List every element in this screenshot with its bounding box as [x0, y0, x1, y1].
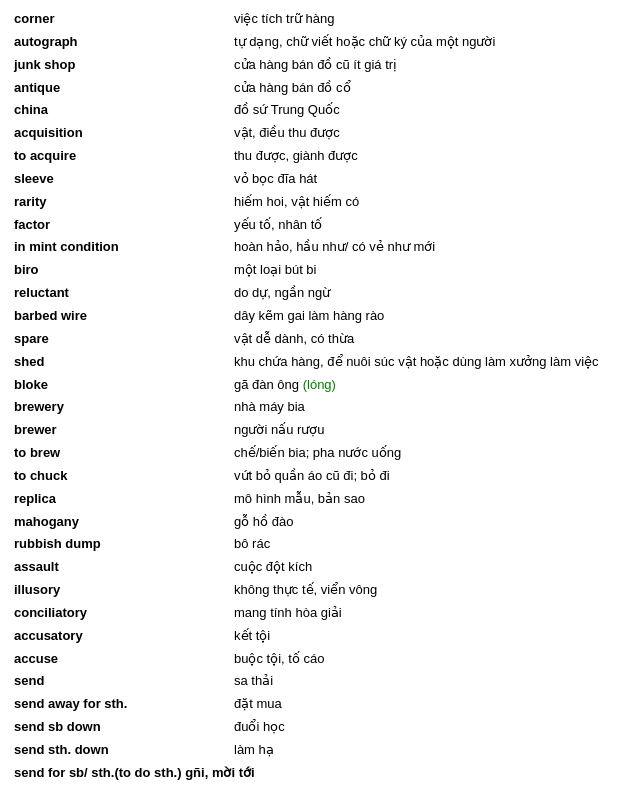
list-item: junk shopcửa hàng bán đồ cũ ít giá trị [10, 54, 626, 77]
list-item: assaultcuộc đột kích [10, 556, 626, 579]
list-item: sparevật dễ dành, có thừa [10, 328, 626, 351]
list-item: send sb downđuổi học [10, 716, 626, 739]
term-cell: corner [10, 8, 230, 31]
term-cell: biro [10, 259, 230, 282]
definition-cell: kết tội [230, 625, 626, 648]
definition-cell: do dự, ngần ngừ [230, 282, 626, 305]
definition-cell: đuổi học [230, 716, 626, 739]
term-cell: illusory [10, 579, 230, 602]
term-cell: brewery [10, 396, 230, 419]
term-cell: to acquire [10, 145, 230, 168]
definition-cell: cửa hàng bán đồ cũ ít giá trị [230, 54, 626, 77]
list-item: biromột loại bút bi [10, 259, 626, 282]
term-cell: send sth. down [10, 739, 230, 762]
term-cell: send away for sth. [10, 693, 230, 716]
term-cell: brewer [10, 419, 230, 442]
definition-cell: không thực tế, viển vông [230, 579, 626, 602]
vocabulary-table: cornerviệc tích trữ hàngautographtự dạng… [10, 8, 626, 789]
definition-cell: mang tính hòa giải [230, 602, 626, 625]
list-item: accusebuộc tội, tố cáo [10, 648, 626, 671]
term-cell: send [10, 670, 230, 693]
list-item: barbed wiredây kẽm gai làm hàng rào [10, 305, 626, 328]
definition-cell: thu được, giành được [230, 145, 626, 168]
definition-cell: vật, điều thu được [230, 122, 626, 145]
term-cell: send sth. in [10, 785, 230, 789]
term-cell: spare [10, 328, 230, 351]
list-item: acquisitionvật, điều thu được [10, 122, 626, 145]
term-cell: antique [10, 77, 230, 100]
term-cell: conciliatory [10, 602, 230, 625]
term-cell: shed [10, 351, 230, 374]
list-item: send sth. ingửi tới [10, 785, 626, 789]
list-item: brewerngười nấu rượu [10, 419, 626, 442]
list-item: send sth. downlàm hạ [10, 739, 626, 762]
definition-cell: người nấu rượu [230, 419, 626, 442]
list-item: in mint conditionhoàn hảo, hầu như/ có v… [10, 236, 626, 259]
list-item: sleevevỏ bọc đĩa hát [10, 168, 626, 191]
term-cell: junk shop [10, 54, 230, 77]
definition-cell: vật dễ dành, có thừa [230, 328, 626, 351]
definition-cell: đặt mua [230, 693, 626, 716]
term-cell: assault [10, 556, 230, 579]
definition-cell: mô hình mẫu, bản sao [230, 488, 626, 511]
list-item: chinađồ sứ Trung Quốc [10, 99, 626, 122]
term-cell: factor [10, 214, 230, 237]
definition-cell: sa thải [230, 670, 626, 693]
list-item: shedkhu chứa hàng, để nuôi súc vật hoặc … [10, 351, 626, 374]
term-cell: accuse [10, 648, 230, 671]
definition-cell: yếu tố, nhân tố [230, 214, 626, 237]
term-cell: bloke [10, 374, 230, 397]
list-item: rarityhiếm hoi, vật hiếm có [10, 191, 626, 214]
definition-cell: nhà máy bia [230, 396, 626, 419]
list-item: send away for sth.đặt mua [10, 693, 626, 716]
list-item: rubbish dumpbô rác [10, 533, 626, 556]
list-item: conciliatorymang tính hòa giải [10, 602, 626, 625]
list-item: to chuckvứt bỏ quần áo cũ đi; bỏ đi [10, 465, 626, 488]
definition-cell: chế/biến bia; pha nước uống [230, 442, 626, 465]
definition-cell: hoàn hảo, hầu như/ có vẻ như mới [230, 236, 626, 259]
definition-cell: đồ sứ Trung Quốc [230, 99, 626, 122]
list-item: to acquirethu được, giành được [10, 145, 626, 168]
list-item: replicamô hình mẫu, bản sao [10, 488, 626, 511]
list-item: mahoganygỗ hồ đào [10, 511, 626, 534]
term-cell: reluctant [10, 282, 230, 305]
definition-cell: vứt bỏ quần áo cũ đi; bỏ đi [230, 465, 626, 488]
list-item: factoryếu tố, nhân tố [10, 214, 626, 237]
list-item: accusatorykết tội [10, 625, 626, 648]
definition-cell: dây kẽm gai làm hàng rào [230, 305, 626, 328]
list-item: autographtự dạng, chữ viết hoặc chữ ký c… [10, 31, 626, 54]
list-item: reluctantdo dự, ngần ngừ [10, 282, 626, 305]
term-cell: autograph [10, 31, 230, 54]
definition-cell: hiếm hoi, vật hiếm có [230, 191, 626, 214]
term-cell: rubbish dump [10, 533, 230, 556]
definition-cell: làm hạ [230, 739, 626, 762]
term-cell: mahogany [10, 511, 230, 534]
definition-cell: một loại bút bi [230, 259, 626, 282]
list-item: antiquecửa hàng bán đồ cổ [10, 77, 626, 100]
list-item: blokegã đàn ông (lóng) [10, 374, 626, 397]
term-cell: rarity [10, 191, 230, 214]
term-cell: to chuck [10, 465, 230, 488]
list-item: illusorykhông thực tế, viển vông [10, 579, 626, 602]
definition-cell: việc tích trữ hàng [230, 8, 626, 31]
term-cell: barbed wire [10, 305, 230, 328]
list-item: sendsa thải [10, 670, 626, 693]
definition-cell: gửi tới [230, 785, 626, 789]
term-cell: send for sb/ sth.(to do sth.) gñi, mời t… [10, 762, 626, 785]
definition-cell: khu chứa hàng, để nuôi súc vật hoặc dùng… [230, 351, 626, 374]
definition-cell: tự dạng, chữ viết hoặc chữ ký của một ng… [230, 31, 626, 54]
term-cell: send sb down [10, 716, 230, 739]
definition-cell: cửa hàng bán đồ cổ [230, 77, 626, 100]
list-item: cornerviệc tích trữ hàng [10, 8, 626, 31]
list-item: to brewchế/biến bia; pha nước uống [10, 442, 626, 465]
definition-cell: vỏ bọc đĩa hát [230, 168, 626, 191]
definition-cell: buộc tội, tố cáo [230, 648, 626, 671]
term-cell: sleeve [10, 168, 230, 191]
definition-cell: gỗ hồ đào [230, 511, 626, 534]
definition-cell: cuộc đột kích [230, 556, 626, 579]
definition-cell: bô rác [230, 533, 626, 556]
term-cell: to brew [10, 442, 230, 465]
term-cell: acquisition [10, 122, 230, 145]
list-item: send for sb/ sth.(to do sth.) gñi, mời t… [10, 762, 626, 785]
term-cell: in mint condition [10, 236, 230, 259]
